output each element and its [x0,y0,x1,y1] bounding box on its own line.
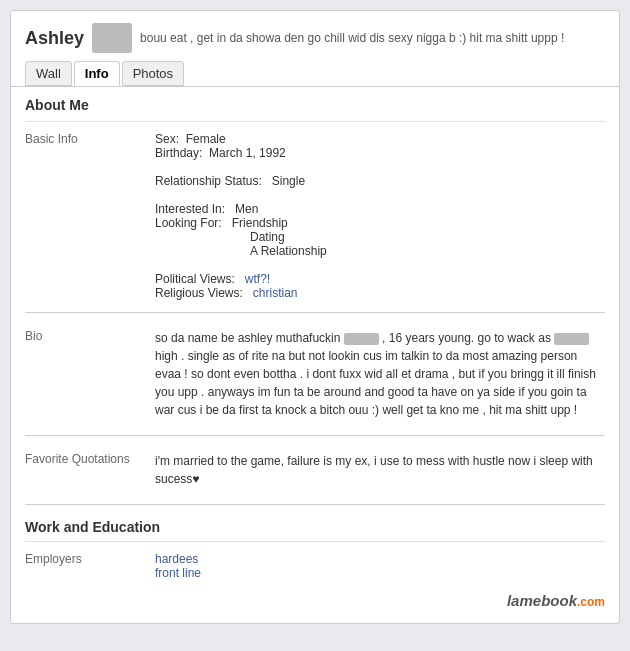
sex-row: Sex: Female [155,132,286,146]
birthday-row: Birthday: March 1, 1992 [155,146,286,160]
rel-status-line: Relationship Status: Single [155,174,305,188]
about-me-title: About Me [11,87,619,121]
tab-wall[interactable]: Wall [25,61,72,86]
religious-line: Religious Views: christian [155,286,298,300]
looking-line: Looking For: Friendship [155,216,327,230]
quotations-label: Favorite Quotations [25,452,155,488]
political-value[interactable]: wtf?! [245,272,270,286]
interested-label-spacer [25,202,155,258]
relationship-status-row: Relationship Status: Single [11,170,619,192]
looking-label: Looking For: [155,216,222,230]
bio-blur-2 [554,333,589,345]
quotations-text: i'm married to the game, failure is my e… [155,452,605,488]
bio-text-part3: high . single as of rite na but not look… [155,349,596,417]
profile-header: Ashley bouu eat , get in da showa den go… [11,11,619,61]
tab-photos[interactable]: Photos [122,61,184,86]
interested-values: Interested In: Men Looking For: Friendsh… [155,202,327,258]
political-label: Political Views: [155,272,235,286]
birthday-value: March 1, 1992 [209,146,286,160]
political-label-spacer [25,272,155,300]
tab-info[interactable]: Info [74,61,120,86]
interested-value: Men [235,202,258,216]
employer-name[interactable]: hardees [155,552,201,566]
profile-name: Ashley [25,28,84,49]
bio-text-part1: so da name be ashley muthafuckin [155,331,344,345]
looking-value-3: A Relationship [250,244,327,258]
political-line: Political Views: wtf?! [155,272,298,286]
political-row: Political Views: wtf?! Religious Views: … [11,268,619,304]
relationship-label-spacer [25,174,155,188]
interested-label: Interested In: [155,202,225,216]
bio-text-part2: , 16 years young. go to wack as [379,331,554,345]
avatar [92,23,132,53]
basic-info-label: Basic Info [25,132,155,160]
employers-row: Employers hardees front line [11,548,619,584]
brand-com: .com [577,595,605,609]
looking-value-1: Friendship [232,216,288,230]
status-text: bouu eat , get in da showa den go chill … [140,31,605,45]
employer-position[interactable]: front line [155,566,201,580]
religious-label: Religious Views: [155,286,243,300]
birthday-label: Birthday: [155,146,202,160]
profile-tabs: Wall Info Photos [11,61,619,86]
rel-status-value: Single [272,174,305,188]
employers-label: Employers [25,552,155,580]
work-section-title: Work and Education [11,513,619,541]
bio-row: Bio so da name be ashley muthafuckin , 1… [11,321,619,427]
sex-label: Sex: [155,132,179,146]
employers-values: hardees front line [155,552,201,580]
brand-name: lamebook [507,592,577,609]
bio-text: so da name be ashley muthafuckin , 16 ye… [155,329,605,419]
looking-line-2: Dating [155,230,327,244]
basic-info-values: Sex: Female Birthday: March 1, 1992 [155,132,286,160]
looking-value-2: Dating [250,230,285,244]
profile-card: Ashley bouu eat , get in da showa den go… [10,10,620,624]
bio-label: Bio [25,329,155,419]
basic-info-row: Basic Info Sex: Female Birthday: March 1… [11,128,619,164]
interested-line: Interested In: Men [155,202,327,216]
quotations-row: Favorite Quotations i'm married to the g… [11,444,619,496]
interested-row: Interested In: Men Looking For: Friendsh… [11,198,619,262]
bio-blur-1 [344,333,379,345]
footer-brand: lamebook.com [11,584,619,613]
religious-value[interactable]: christian [253,286,298,300]
sex-value: Female [186,132,226,146]
relationship-values: Relationship Status: Single [155,174,305,188]
looking-line-3: A Relationship [155,244,327,258]
rel-status-label: Relationship Status: [155,174,262,188]
political-values: Political Views: wtf?! Religious Views: … [155,272,298,300]
